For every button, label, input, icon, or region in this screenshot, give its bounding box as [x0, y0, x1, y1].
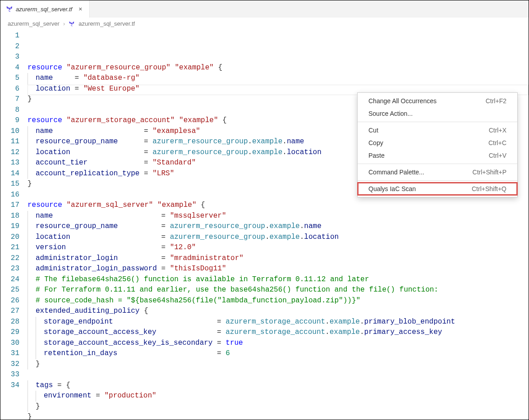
menu-item-command-palette[interactable]: Command Palette...Ctrl+Shift+P — [358, 166, 517, 178]
code-line[interactable]: # The filebase64sha256() function is ava… — [28, 274, 529, 285]
line-number: 1 — [0, 31, 19, 41]
terraform-file-icon — [69, 21, 75, 27]
line-number: 5 — [0, 73, 19, 84]
line-number: 18 — [0, 211, 19, 222]
code-line[interactable]: administrator_login_password = "thisIsDo… — [28, 264, 529, 274]
line-number: 2 — [0, 41, 19, 52]
line-number: 27 — [0, 306, 19, 317]
line-number: 30 — [0, 338, 19, 349]
line-number: 9 — [0, 115, 19, 126]
code-line[interactable]: # For Terraform 0.11.11 and earlier, use… — [28, 285, 529, 296]
menu-item-shortcut: Ctrl+F2 — [486, 97, 506, 105]
menu-separator — [358, 122, 517, 122]
menu-item-cut[interactable]: CutCtrl+X — [358, 124, 517, 137]
tab-bar: azurerm_sql_server.tf × — [0, 0, 529, 18]
line-number-gutter: 1234567891011121314151617181920212223242… — [0, 31, 28, 420]
line-number: 8 — [0, 105, 19, 116]
line-number: 28 — [0, 317, 19, 328]
line-number: 12 — [0, 147, 19, 158]
menu-item-copy[interactable]: CopyCtrl+C — [358, 137, 517, 149]
breadcrumb-folder[interactable]: azurerm_sql_server — [8, 20, 60, 27]
menu-separator — [358, 164, 517, 164]
line-number: 32 — [0, 359, 19, 370]
menu-item-label: Qualys IaC Scan — [368, 185, 416, 192]
code-line[interactable]: extended_auditing_policy { — [28, 306, 529, 317]
menu-separator — [358, 180, 517, 181]
line-number: 23 — [0, 264, 19, 274]
code-line[interactable]: resource_group_name = azurerm_resource_g… — [28, 221, 529, 232]
menu-item-label: Source Action... — [368, 110, 413, 117]
menu-item-shortcut: Ctrl+C — [488, 139, 506, 146]
line-number: 34 — [0, 380, 19, 391]
line-number: 11 — [0, 137, 19, 147]
line-number: 33 — [0, 370, 19, 380]
code-line[interactable]: name = "mssqlserver" — [28, 211, 529, 222]
code-editor[interactable]: 1234567891011121314151617181920212223242… — [0, 30, 529, 420]
line-number: 7 — [0, 94, 19, 105]
line-number: 26 — [0, 296, 19, 306]
code-line[interactable]: administrator_login = "mradministrator" — [28, 253, 529, 264]
menu-item-label: Change All Occurrences — [368, 97, 437, 105]
line-number: 4 — [0, 63, 19, 73]
menu-item-label: Paste — [368, 152, 385, 159]
menu-item-shortcut: Ctrl+Shift+P — [473, 169, 506, 176]
menu-item-paste[interactable]: PasteCtrl+V — [358, 149, 517, 162]
menu-item-label: Cut — [368, 127, 378, 134]
terraform-file-icon — [6, 5, 13, 13]
tab-filename: azurerm_sql_server.tf — [16, 6, 72, 13]
line-number: 14 — [0, 169, 19, 179]
line-number: 20 — [0, 232, 19, 243]
code-line[interactable]: name = "database-rg" — [28, 73, 529, 84]
code-line[interactable]: version = "12.0" — [28, 242, 529, 253]
menu-item-change-all-occurrences[interactable]: Change All OccurrencesCtrl+F2 — [358, 95, 517, 107]
menu-item-shortcut: Ctrl+Shift+Q — [472, 185, 506, 192]
context-menu: Change All OccurrencesCtrl+F2Source Acti… — [357, 92, 518, 197]
chevron-right-icon: › — [63, 20, 65, 27]
code-line[interactable]: # source_code_hash = "${base64sha256(fil… — [28, 296, 529, 306]
editor-tab[interactable]: azurerm_sql_server.tf × — [0, 0, 90, 18]
menu-item-qualys-iac-scan[interactable]: Qualys IaC ScanCtrl+Shift+Q — [358, 183, 517, 195]
line-number: 21 — [0, 242, 19, 253]
line-number: 31 — [0, 348, 19, 359]
breadcrumb: azurerm_sql_server › azurerm_sql_server.… — [0, 18, 529, 30]
code-line[interactable]: resource "azurerm_resource_group" "examp… — [28, 63, 529, 73]
code-line[interactable]: resource "azurerm_sql_server" "example" … — [28, 200, 529, 211]
menu-item-label: Command Palette... — [368, 169, 424, 176]
code-line[interactable]: retention_in_days = 6 — [28, 348, 529, 359]
code-line[interactable]: storage_endpoint = azurerm_storage_accou… — [28, 317, 529, 328]
menu-item-label: Copy — [368, 139, 383, 146]
code-line[interactable]: storage_account_access_key = azurerm_sto… — [28, 327, 529, 338]
menu-item-shortcut: Ctrl+X — [489, 127, 506, 134]
menu-item-shortcut: Ctrl+V — [489, 152, 506, 159]
code-line[interactable]: } — [28, 359, 529, 370]
code-area[interactable]: resource "azurerm_resource_group" "examp… — [28, 31, 529, 420]
code-line[interactable]: environment = "production" — [28, 391, 529, 402]
code-line[interactable]: } — [28, 402, 529, 412]
line-number: 6 — [0, 84, 19, 95]
code-line[interactable]: } — [28, 412, 529, 420]
line-number: 24 — [0, 274, 19, 285]
line-number: 10 — [0, 126, 19, 137]
line-number: 13 — [0, 158, 19, 169]
code-line[interactable]: tags = { — [28, 380, 529, 391]
close-tab-button[interactable]: × — [77, 5, 84, 13]
line-number: 15 — [0, 179, 19, 190]
code-line[interactable]: storage_account_access_key_is_secondary … — [28, 338, 529, 349]
line-number: 17 — [0, 200, 19, 211]
line-number: 29 — [0, 327, 19, 338]
line-number: 22 — [0, 253, 19, 264]
line-number: 3 — [0, 52, 19, 63]
code-line[interactable] — [28, 370, 529, 380]
line-number: 19 — [0, 221, 19, 232]
breadcrumb-file[interactable]: azurerm_sql_server.tf — [78, 20, 135, 27]
line-number: 16 — [0, 190, 19, 201]
menu-item-source-action[interactable]: Source Action... — [358, 107, 517, 120]
code-line[interactable]: location = azurerm_resource_group.exampl… — [28, 232, 529, 243]
line-number: 25 — [0, 285, 19, 296]
